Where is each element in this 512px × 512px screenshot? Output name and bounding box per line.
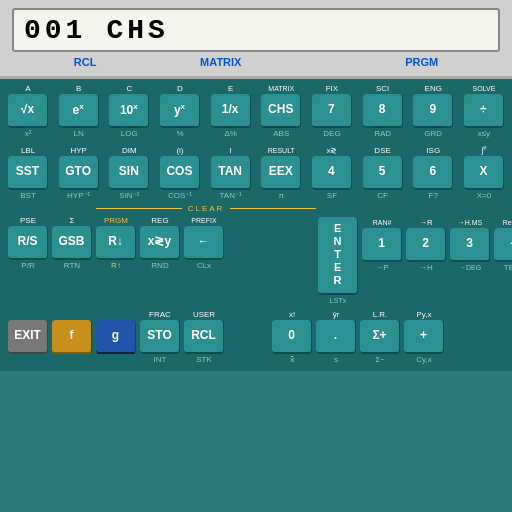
key-gto[interactable]: GTO bbox=[59, 156, 99, 190]
key-top-6: ISG bbox=[426, 145, 440, 156]
key-cell-eex: RESULT EEX π bbox=[259, 145, 303, 201]
key-bot-chs: ABS bbox=[273, 129, 289, 139]
key-bot-sqrt: x² bbox=[25, 129, 32, 139]
key-7[interactable]: 7 bbox=[312, 94, 352, 128]
key-tan[interactable]: TAN bbox=[211, 156, 251, 190]
key-cell-bsp: PREFIX ← CLx bbox=[182, 215, 226, 271]
key-x[interactable]: X bbox=[464, 156, 504, 190]
key-rs[interactable]: R/S bbox=[8, 226, 48, 260]
key-div[interactable]: ÷ bbox=[464, 94, 504, 128]
key-eex[interactable]: EEX bbox=[261, 156, 301, 190]
key-exit[interactable]: EXIT bbox=[8, 320, 48, 354]
key-top-9: ENG bbox=[425, 83, 442, 94]
key-g[interactable]: g bbox=[96, 320, 136, 354]
key-cell-gsb: Σ GSB RTN bbox=[50, 215, 94, 271]
key-bot-sto: INT bbox=[154, 355, 167, 365]
key-cell-sst: LBL SST BST bbox=[6, 145, 50, 201]
key-9[interactable]: 9 bbox=[413, 94, 453, 128]
key-5[interactable]: 5 bbox=[363, 156, 403, 190]
key-cell-1: RAN# 1 →P bbox=[360, 217, 404, 273]
key-cell-chs: MATRIX CHS ABS bbox=[259, 83, 303, 139]
key-bot-0: x̄ bbox=[290, 355, 295, 365]
key-8[interactable]: 8 bbox=[363, 94, 403, 128]
key-dot[interactable]: . bbox=[316, 320, 356, 354]
key-top-sto: FRAC bbox=[149, 309, 171, 320]
keyboard: A √x x² B ex LN C 10x LOG bbox=[0, 79, 512, 371]
key-bot-7: DEG bbox=[323, 129, 340, 139]
key-row-2: LBL SST BST HYP GTO HYP⁻¹ DIM SIN SIN⁻¹ bbox=[6, 142, 506, 201]
key-bot-4: SF bbox=[327, 191, 337, 201]
key-bot-x: X=0 bbox=[477, 191, 491, 201]
key-3[interactable]: 3 bbox=[450, 228, 490, 262]
key-bot-sin: SIN⁻¹ bbox=[119, 191, 139, 201]
key-2[interactable]: 2 bbox=[406, 228, 446, 262]
key-bot-div: x≤y bbox=[478, 129, 490, 139]
key-cos[interactable]: COS bbox=[160, 156, 200, 190]
key-top-x: ∫y bbox=[481, 142, 486, 156]
key-rdown[interactable]: R↓ bbox=[96, 226, 136, 260]
key-chs[interactable]: CHS bbox=[261, 94, 301, 128]
key-bot-cos: COS⁻¹ bbox=[168, 191, 192, 201]
key-bot-5: CF bbox=[377, 191, 388, 201]
key-cell-g: g bbox=[94, 310, 138, 365]
key-1x[interactable]: 1/x bbox=[211, 94, 251, 128]
row3-keys: PSE R/S P/R Σ GSB RTN PRGM bbox=[6, 215, 316, 271]
key-minus[interactable]: − bbox=[494, 228, 512, 262]
row3-with-enter: CLEAR PSE R/S P/R Σ GSB bbox=[6, 204, 506, 306]
key-bsp[interactable]: ← bbox=[184, 226, 224, 260]
key-sin[interactable]: SIN bbox=[109, 156, 149, 190]
key-cell-9: ENG 9 GRD bbox=[411, 83, 455, 139]
key-bot-ex: LN bbox=[74, 129, 84, 139]
key-top-8: SCI bbox=[376, 83, 389, 94]
key-cell-dot: ŷr . s bbox=[314, 309, 358, 365]
key-xy[interactable]: x≷y bbox=[140, 226, 180, 260]
key-plus[interactable]: + bbox=[404, 320, 444, 354]
key-top-gto: HYP bbox=[70, 145, 86, 156]
key-bot-sigma: Σ− bbox=[375, 355, 385, 365]
key-top-10x: C bbox=[126, 83, 132, 94]
key-1[interactable]: 1 bbox=[362, 228, 402, 262]
menu-rcl[interactable]: RCL bbox=[66, 56, 105, 68]
key-cell-yx: D yx % bbox=[158, 83, 202, 139]
key-gsb[interactable]: GSB bbox=[52, 226, 92, 260]
key-cell-x: ∫y X X=0 bbox=[462, 142, 506, 201]
key-top-1: RAN# bbox=[373, 217, 392, 228]
key-top-tan: I bbox=[230, 145, 232, 156]
menu-matrix[interactable]: MATRIX bbox=[192, 56, 249, 68]
key-0[interactable]: 0 bbox=[272, 320, 312, 354]
key-top-ex: B bbox=[76, 83, 81, 94]
key-sqrt[interactable]: √x bbox=[8, 94, 48, 128]
key-bot-dot: s bbox=[334, 355, 338, 365]
key-4[interactable]: 4 bbox=[312, 156, 352, 190]
key-top-sigma: L.R. bbox=[373, 309, 388, 320]
key-10x[interactable]: 10x bbox=[109, 94, 149, 128]
key-top-bsp: PREFIX bbox=[191, 215, 216, 226]
clear-label-row: CLEAR bbox=[96, 204, 316, 213]
key-top-yx: D bbox=[177, 83, 183, 94]
key-cell-div: SOLVE ÷ x≤y bbox=[462, 83, 506, 139]
key-enter[interactable]: ENTER bbox=[318, 217, 358, 295]
key-yx[interactable]: yx bbox=[160, 94, 200, 128]
key-top-1x: E bbox=[228, 83, 233, 94]
key-ex[interactable]: ex bbox=[59, 94, 99, 128]
key-cell-gto: HYP GTO HYP⁻¹ bbox=[57, 145, 101, 201]
key-sto[interactable]: STO bbox=[140, 320, 180, 354]
key-bot-gto: HYP⁻¹ bbox=[67, 191, 90, 201]
row4: EXIT f g FRAC STO bbox=[6, 309, 506, 365]
key-cell-0: x! 0 x̄ bbox=[270, 309, 314, 365]
key-rcl[interactable]: RCL bbox=[184, 320, 224, 354]
key-f[interactable]: f bbox=[52, 320, 92, 354]
key-top-gsb: Σ bbox=[70, 215, 75, 226]
key-sigma[interactable]: Σ+ bbox=[360, 320, 400, 354]
key-top-rs: PSE bbox=[20, 215, 36, 226]
key-bot-tan: TAN⁻¹ bbox=[220, 191, 242, 201]
key-cell-4: x≷ 4 SF bbox=[310, 145, 354, 201]
key-cell-rdown: PRGM R↓ R↑ bbox=[94, 215, 138, 271]
key-6[interactable]: 6 bbox=[413, 156, 453, 190]
key-sst[interactable]: SST bbox=[8, 156, 48, 190]
menu-prgm[interactable]: PRGM bbox=[397, 56, 446, 68]
key-top-0: x! bbox=[289, 309, 295, 320]
key-bot-rs: P/R bbox=[21, 261, 34, 271]
key-bot-6: F? bbox=[429, 191, 438, 201]
key-cell-5: DSE 5 CF bbox=[361, 145, 405, 201]
